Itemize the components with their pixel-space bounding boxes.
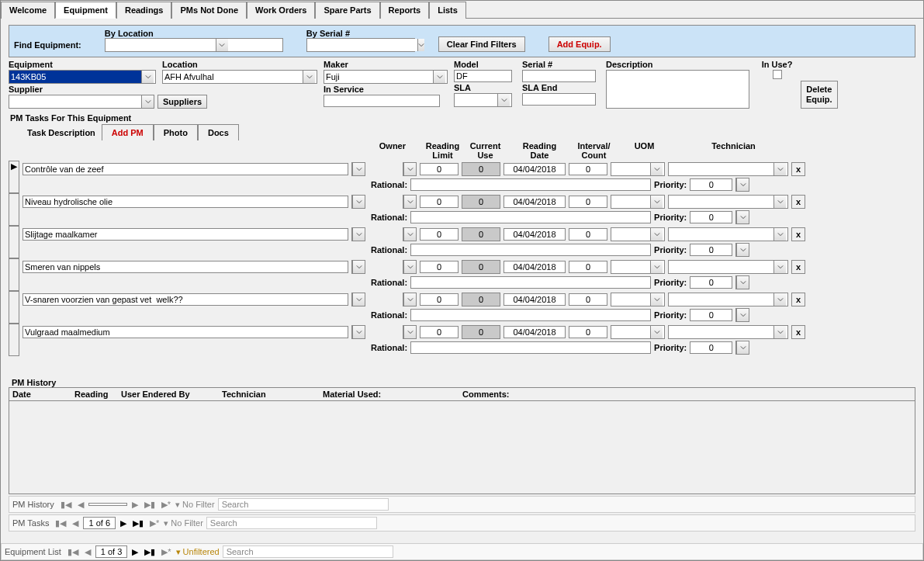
task-description-input[interactable] — [22, 196, 348, 208]
new-record-icon[interactable]: ▶* — [160, 547, 172, 557]
location-input[interactable] — [163, 71, 303, 83]
priority-dd[interactable] — [735, 178, 749, 192]
chevron-down-icon[interactable] — [736, 211, 749, 223]
task-description-input[interactable] — [22, 163, 348, 175]
last-record-icon[interactable]: ▶▮ — [143, 547, 157, 557]
next-record-icon[interactable]: ▶ — [119, 518, 128, 528]
delete-task-button[interactable]: x — [791, 325, 805, 339]
by-location-combo[interactable] — [105, 38, 283, 52]
owner-combo[interactable] — [403, 325, 417, 339]
rational-input[interactable] — [410, 178, 651, 191]
uom-combo[interactable] — [611, 325, 665, 339]
last-record-icon[interactable]: ▶▮ — [131, 518, 145, 528]
add-equip-button[interactable]: Add Equip. — [549, 36, 611, 52]
reading-date-input[interactable] — [504, 163, 566, 175]
task-desc-dd[interactable] — [351, 162, 365, 176]
uom-combo[interactable] — [611, 162, 665, 176]
chevron-down-icon[interactable] — [736, 178, 749, 191]
chevron-down-icon[interactable] — [773, 326, 786, 338]
row-selector[interactable]: ▶ — [9, 161, 19, 193]
filter-toggle[interactable]: ▾No Filter — [175, 500, 215, 510]
priority-input[interactable] — [690, 341, 732, 354]
uom-input[interactable] — [611, 228, 650, 241]
rational-input[interactable] — [410, 341, 651, 354]
chevron-down-icon[interactable] — [417, 39, 424, 51]
sla-combo[interactable] — [454, 93, 512, 107]
owner-combo[interactable] — [403, 260, 417, 274]
reading-limit-input[interactable] — [420, 293, 459, 306]
supplier-input[interactable] — [9, 95, 141, 108]
chevron-down-icon[interactable] — [352, 196, 365, 208]
technician-combo[interactable] — [668, 293, 788, 306]
first-record-icon[interactable]: ▮◀ — [54, 518, 67, 528]
task-desc-dd[interactable] — [351, 325, 365, 339]
prev-record-icon[interactable]: ◀ — [76, 500, 85, 510]
chevron-down-icon[interactable] — [650, 326, 663, 338]
clear-find-filters-button[interactable]: Clear Find Filters — [438, 36, 525, 52]
chevron-down-icon[interactable] — [403, 228, 416, 241]
task-desc-dd[interactable] — [351, 293, 365, 306]
filter-toggle[interactable]: ▾No Filter — [164, 518, 203, 528]
in-service-input[interactable] — [324, 95, 440, 107]
chevron-down-icon[interactable] — [773, 163, 786, 175]
sla-end-input[interactable] — [522, 93, 596, 106]
priority-dd[interactable] — [735, 275, 749, 289]
description-input[interactable] — [606, 70, 749, 109]
row-selector[interactable] — [9, 226, 19, 258]
by-location-input[interactable] — [106, 39, 216, 51]
reading-limit-input[interactable] — [420, 196, 459, 208]
tab-work-orders[interactable]: Work Orders — [247, 2, 315, 19]
technician-combo[interactable] — [668, 227, 788, 241]
tab-equipment[interactable]: Equipment — [55, 2, 116, 19]
task-desc-dd[interactable] — [351, 260, 365, 274]
task-description-input[interactable] — [22, 293, 348, 306]
reading-date-input[interactable] — [504, 326, 566, 338]
equipment-input[interactable] — [9, 71, 141, 83]
serial-input[interactable] — [522, 70, 596, 82]
interval-input[interactable] — [569, 196, 607, 208]
delete-equip-button[interactable]: DeleteEquip. — [801, 81, 838, 109]
last-record-icon[interactable]: ▶▮ — [143, 500, 157, 510]
delete-task-button[interactable]: x — [791, 195, 805, 209]
photo-button[interactable]: Photo — [154, 124, 198, 140]
row-selector[interactable] — [9, 193, 19, 226]
priority-dd[interactable] — [735, 341, 749, 355]
interval-input[interactable] — [569, 163, 607, 175]
task-description-input[interactable] — [22, 326, 348, 338]
reading-limit-input[interactable] — [420, 261, 459, 273]
interval-input[interactable] — [569, 228, 607, 241]
maker-input[interactable] — [324, 71, 433, 83]
search-input[interactable]: Search — [223, 545, 393, 558]
chevron-down-icon[interactable] — [650, 261, 663, 273]
technician-input[interactable] — [669, 261, 773, 273]
tab-pms-not-done[interactable]: PMs Not Done — [171, 2, 247, 19]
uom-input[interactable] — [611, 293, 650, 306]
next-record-icon[interactable]: ▶ — [130, 500, 140, 510]
owner-combo[interactable] — [403, 195, 417, 209]
delete-task-button[interactable]: x — [791, 227, 805, 241]
uom-combo[interactable] — [611, 293, 665, 306]
equipment-combo[interactable] — [9, 70, 156, 84]
chevron-down-icon[interactable] — [650, 163, 663, 175]
model-input[interactable] — [454, 70, 512, 82]
reading-date-input[interactable] — [504, 261, 566, 273]
docs-button[interactable]: Docs — [198, 124, 239, 140]
chevron-down-icon[interactable] — [303, 71, 315, 83]
technician-combo[interactable] — [668, 260, 788, 274]
technician-combo[interactable] — [668, 325, 788, 339]
chevron-down-icon[interactable] — [141, 71, 154, 83]
chevron-down-icon[interactable] — [773, 228, 786, 241]
chevron-down-icon[interactable] — [352, 326, 365, 338]
task-desc-dd[interactable] — [351, 227, 365, 241]
in-use-checkbox[interactable] — [773, 70, 782, 79]
chevron-down-icon[interactable] — [216, 39, 228, 51]
tab-lists[interactable]: Lists — [429, 2, 466, 19]
by-serial-combo[interactable] — [306, 38, 415, 52]
reading-limit-input[interactable] — [420, 228, 459, 241]
tab-reports[interactable]: Reports — [380, 2, 430, 19]
owner-combo[interactable] — [403, 162, 417, 176]
uom-combo[interactable] — [611, 195, 665, 209]
uom-input[interactable] — [611, 261, 650, 273]
chevron-down-icon[interactable] — [352, 293, 365, 306]
supplier-combo[interactable] — [9, 95, 154, 109]
